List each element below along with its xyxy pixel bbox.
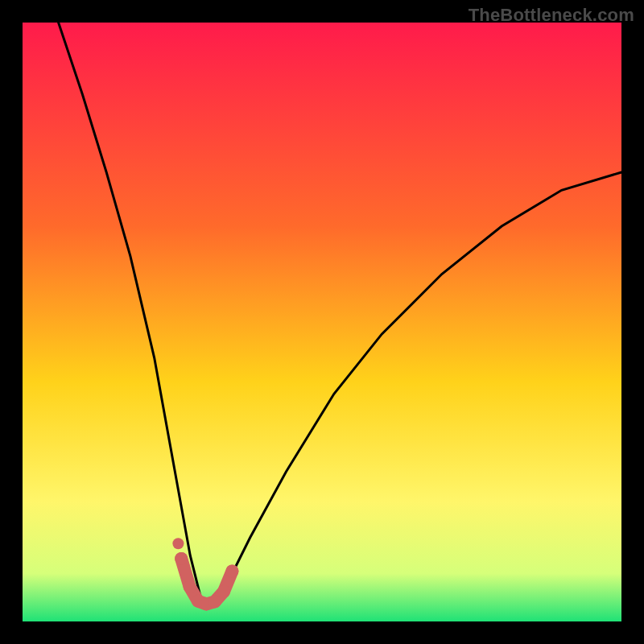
bottleneck-chart	[0, 0, 644, 644]
highlight-dot	[184, 580, 196, 593]
highlight-outlier-dot	[172, 538, 184, 549]
highlight-dot	[208, 595, 221, 608]
highlight-dot	[225, 565, 238, 578]
watermark-text: TheBottleneck.com	[469, 5, 634, 26]
plot-background	[23, 23, 621, 621]
highlight-dot	[175, 552, 188, 565]
chart-frame: TheBottleneck.com	[0, 0, 644, 644]
highlight-dot	[217, 585, 230, 598]
